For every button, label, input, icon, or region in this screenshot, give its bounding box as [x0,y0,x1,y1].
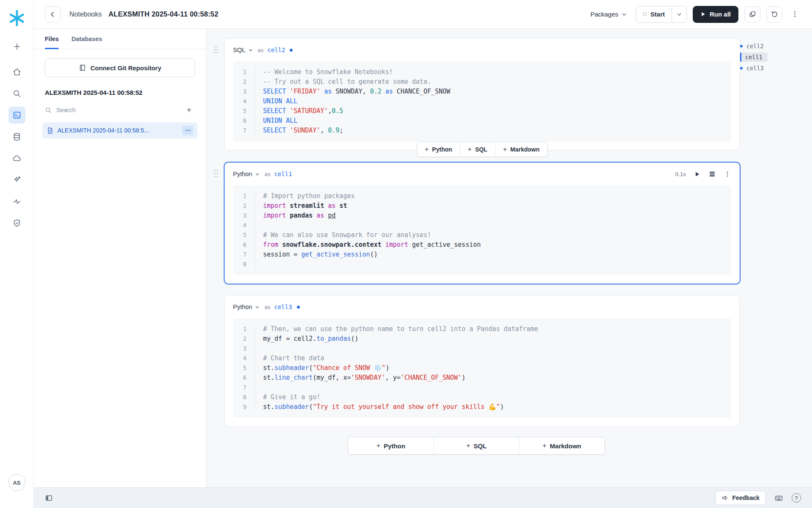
ai-sparkles-icon[interactable] [8,171,25,188]
modified-indicator [290,49,293,52]
play-icon [700,11,706,17]
chevron-down-icon [621,11,627,17]
search-icon[interactable] [8,85,25,102]
megaphone-icon [721,494,728,501]
file-item-notebook[interactable]: ALEXSMITH 2025-04-11 00:58:5... [42,122,198,138]
line-number: 7 [233,383,255,392]
activity-icon[interactable] [8,193,25,210]
tab-files[interactable]: Files [45,29,59,49]
python-cell3-card[interactable]: Python as cell3 1# Then, we can use the … [224,295,740,427]
add-markdown-label: Markdown [510,146,540,153]
code-line: 9st.subheader("Try it out yourself and s… [233,402,731,412]
code-line: 7 [233,383,731,392]
add-python-cell-button[interactable]: +Python [348,437,433,454]
feedback-label: Feedback [732,494,760,501]
cell-header: Python as cell1 0.1s [225,163,740,185]
add-sql-cell-button[interactable]: +SQL [433,437,519,454]
results-toggle-icon[interactable] [708,170,716,178]
cell-name[interactable]: cell1 [274,171,292,177]
more-menu-icon[interactable] [788,6,801,22]
chevron-down-icon [255,171,260,177]
outline-label: cell3 [746,65,764,72]
add-markdown-cell-button[interactable]: +Markdown [519,437,604,454]
projects-notebooks-icon[interactable] [8,107,25,124]
repo-icon [79,64,86,72]
start-button[interactable]: Start [636,6,672,22]
outline-item-cell3[interactable]: cell3 [740,63,807,74]
tab-databases[interactable]: Databases [71,29,102,49]
duplicate-icon[interactable] [744,6,760,22]
outline-label: cell2 [746,43,764,50]
cell-language-dropdown[interactable]: Python [233,304,260,310]
code-line: 3SELECT 'FRIDAY' as SNOWDAY, 0.2 as CHAN… [233,87,731,97]
cell-language-dropdown[interactable]: SQL [233,47,253,53]
start-split-button: Start [636,6,687,23]
code-line: 1# Then, we can use the python name to t… [233,324,731,334]
cell-menu-icon[interactable] [724,170,731,178]
notebook-title: ALEXSMITH 2025-04-11 00:58:52 [109,10,219,18]
add-markdown-cell-button[interactable]: +Markdown [495,142,547,157]
outline-item-cell2[interactable]: cell2 [740,41,807,52]
as-label: as [264,304,270,310]
connect-git-button[interactable]: Connect Git Repository [45,58,195,77]
feedback-button[interactable]: Feedback [715,491,766,505]
code-editor[interactable]: 1# Then, we can use the python name to t… [233,318,731,418]
code-editor[interactable]: 1-- Welcome to Snowflake Notebooks!2-- T… [233,61,731,141]
python-cell1-card[interactable]: Python as cell1 0.1s [224,162,740,284]
cell-language-dropdown[interactable]: Python [233,171,260,177]
add-python-label: Python [384,442,405,450]
packages-dropdown[interactable]: Packages [588,7,630,21]
admin-shield-icon[interactable] [8,215,25,232]
code-line: 7session = get_active_session() [233,250,731,260]
modified-dot-icon [740,45,743,47]
notebook-file-icon [47,127,54,134]
add-markdown-label: Markdown [550,442,581,450]
modified-indicator [297,306,300,309]
new-item-button[interactable] [8,38,25,55]
add-cell-toolbar-bottom: +Python +SQL +Markdown [348,437,605,455]
collapse-panel-icon[interactable] [45,494,53,502]
line-number: 1 [233,67,255,77]
add-sql-cell-button[interactable]: +SQL [460,142,495,157]
add-cell-toolbar: +Python +SQL +Markdown [417,142,548,157]
run-all-button[interactable]: Run all [693,6,738,23]
code-editor[interactable]: 1# Import python packages2import streaml… [233,185,731,275]
add-file-button[interactable]: + [183,104,195,116]
line-number: 5 [233,363,255,373]
drag-handle-icon[interactable] [213,45,219,54]
search-input[interactable] [56,107,179,113]
cell-name[interactable]: cell3 [274,304,292,310]
version-history-icon[interactable] [766,6,782,22]
code-line: 1-- Welcome to Snowflake Notebooks! [233,67,731,77]
code-line: 7SELECT 'SUNDAY', 0.9; [233,126,731,135]
code-line: 2-- Try out a SQL cell to generate some … [233,77,731,87]
file-item-menu-icon[interactable] [182,126,193,135]
snowflake-logo[interactable] [8,9,26,27]
keyboard-shortcuts-icon[interactable] [774,494,783,502]
line-number: 4 [233,221,255,230]
data-icon[interactable] [8,128,25,145]
help-icon[interactable]: ? [792,493,801,502]
drag-handle-icon[interactable] [213,169,219,178]
cell-language-label: SQL [233,47,245,53]
code-line: 2import streamlit as st [233,201,731,211]
back-button[interactable] [45,6,61,22]
outline-item-cell1[interactable]: cell1 [740,52,807,63]
sql-cell-card[interactable]: SQL as cell2 1-- Welcome to Snowflake No… [224,38,740,150]
panel-tabs: Files Databases [34,29,206,49]
chevron-down-icon [248,47,253,53]
line-number: 8 [233,392,255,402]
chevron-down-icon [255,304,260,310]
breadcrumb-notebooks[interactable]: Notebooks [69,11,102,18]
home-icon[interactable] [8,64,25,80]
cell-name[interactable]: cell2 [267,47,285,53]
start-options-caret[interactable] [672,6,686,22]
code-line: 3import pandas as pd [233,211,731,221]
add-python-cell-button[interactable]: +Python [417,142,460,157]
run-cell-icon[interactable] [694,171,701,178]
cloud-icon[interactable] [8,150,25,167]
start-label: Start [650,11,665,18]
line-number: 6 [233,373,255,383]
add-sql-label: SQL [475,146,487,153]
avatar[interactable]: AS [8,474,25,491]
